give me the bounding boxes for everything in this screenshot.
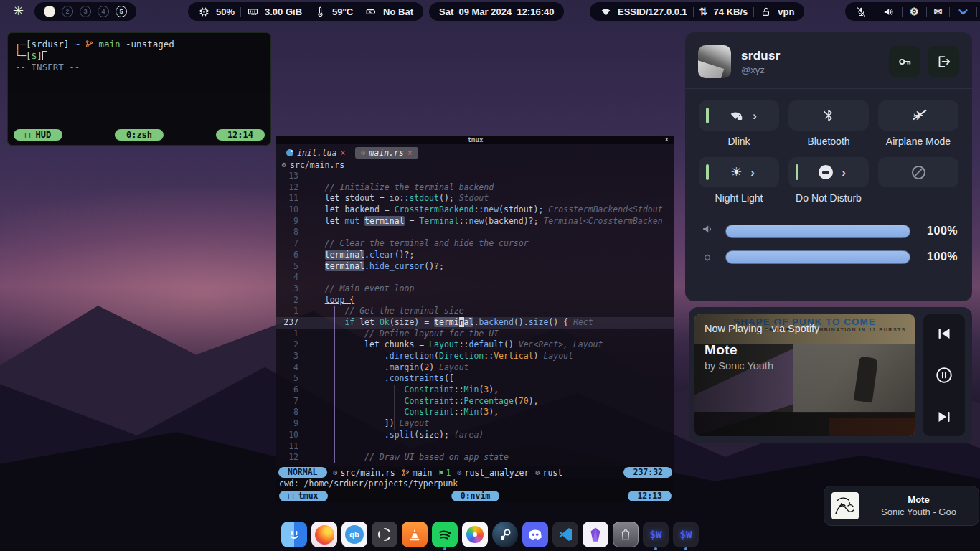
datetime: Sat 09 Mar 2024 12:16:40 bbox=[439, 6, 554, 17]
logout-button[interactable] bbox=[928, 46, 959, 77]
battery-status: No Bat bbox=[383, 6, 413, 17]
blocked-icon bbox=[912, 166, 925, 179]
dock-vlc[interactable] bbox=[402, 522, 428, 547]
dock-steam[interactable] bbox=[492, 522, 518, 547]
do-not-disturb-tile[interactable]: › bbox=[788, 157, 869, 187]
next-track-button[interactable] bbox=[935, 408, 953, 426]
top-status-bar: ✳ 2345 50% 3.00 GiB 59°C No Bat Sat 09 M… bbox=[0, 0, 980, 23]
dock-trash[interactable] bbox=[613, 522, 639, 547]
tmux-status-bar-editor: □ tmux 0:nvim 12:13 bbox=[276, 489, 674, 502]
dock-vscode[interactable] bbox=[552, 522, 578, 547]
terminal-window[interactable]: ┌─[srdusr] ~ main -unstaged └─[$] -- INS… bbox=[7, 32, 271, 146]
volume-slider[interactable] bbox=[725, 225, 910, 238]
updown-arrows-icon: ⇅ bbox=[699, 6, 708, 17]
close-icon[interactable]: x bbox=[665, 136, 669, 143]
network-widget[interactable]: ESSID/127.0.0.1 ⇅ 74 KB/s vpn bbox=[590, 2, 804, 21]
workspace-5[interactable]: 5 bbox=[116, 6, 127, 17]
workspace-4[interactable]: 4 bbox=[98, 6, 109, 17]
speaker-icon[interactable] bbox=[882, 6, 895, 18]
dock-obs[interactable] bbox=[372, 522, 397, 547]
wifi-lock-icon bbox=[728, 108, 744, 123]
code-line: 5 terminal.hide_cursor()?; bbox=[276, 261, 674, 273]
indent-guide bbox=[394, 385, 395, 430]
dnd-minus-icon bbox=[819, 165, 833, 179]
airplane-off-icon: ✈ bbox=[913, 108, 923, 123]
mic-muted-icon[interactable] bbox=[855, 6, 867, 18]
cpu-icon bbox=[198, 6, 210, 18]
dock-spotify[interactable] bbox=[432, 522, 458, 547]
dock-sw-2[interactable]: $W bbox=[673, 522, 699, 547]
music-notification[interactable]: Mote Sonic Youth - Goo bbox=[824, 486, 979, 526]
key-icon bbox=[897, 54, 913, 70]
airplane-mode-tile[interactable]: ✈ bbox=[878, 100, 958, 131]
dock-firefox[interactable] bbox=[311, 522, 337, 547]
tile-label bbox=[878, 187, 958, 203]
tile-label: Do Not Disturb bbox=[788, 187, 869, 214]
tab-close-icon[interactable]: × bbox=[340, 148, 345, 158]
dock-discord[interactable] bbox=[522, 522, 548, 547]
workspace-2[interactable]: 2 bbox=[62, 6, 73, 17]
editor-code-area[interactable]: 1312 // Initialize the terminal backend1… bbox=[276, 171, 674, 466]
vscode-icon bbox=[557, 526, 574, 543]
chevron-right-icon[interactable]: › bbox=[753, 110, 757, 122]
snowflake-icon[interactable]: ✳ bbox=[13, 3, 24, 19]
next-track-icon bbox=[936, 408, 953, 425]
tmux-session-pill[interactable]: □ HUD bbox=[14, 129, 62, 141]
qbittorrent-icon: qb bbox=[345, 525, 364, 544]
blocked-toggle-tile[interactable] bbox=[878, 157, 958, 187]
statusline-branch: main bbox=[413, 468, 433, 478]
avatar bbox=[698, 45, 731, 78]
tab-init-lua[interactable]: init.lua × bbox=[281, 147, 351, 159]
workspace-switcher[interactable]: 2345 bbox=[34, 2, 136, 21]
dock-obsidian[interactable] bbox=[583, 522, 608, 547]
brightness-slider-row: ☼ 100% bbox=[699, 250, 958, 264]
volume-slider-row: 100% bbox=[699, 222, 958, 240]
editor-window[interactable]: tmux x init.lua × ⚙ main.rs × ⚙ src/main… bbox=[276, 136, 674, 502]
album-thumbnail bbox=[831, 492, 859, 519]
dock-qbittorrent[interactable]: qb bbox=[341, 522, 367, 547]
prompt-line-1: ┌─[srdusr] ~ main -unstaged bbox=[15, 39, 263, 50]
bluetooth-toggle-tile[interactable] bbox=[788, 100, 869, 131]
tile-label: Airplane Mode bbox=[878, 131, 958, 157]
brightness-slider[interactable] bbox=[725, 250, 910, 264]
chevron-right-icon[interactable]: › bbox=[842, 166, 846, 179]
dock-photos[interactable] bbox=[462, 522, 488, 547]
settings-gear-icon[interactable]: ⚙ bbox=[910, 6, 919, 17]
dock-finder[interactable] bbox=[281, 522, 307, 547]
lock-keys-button[interactable] bbox=[889, 46, 920, 77]
system-stats-widget[interactable]: 50% 3.00 GiB 59°C No Bat bbox=[188, 2, 423, 21]
spotify-icon bbox=[435, 525, 454, 544]
tmux-window-pill[interactable]: 0:zsh bbox=[115, 129, 164, 141]
workspace-1[interactable] bbox=[44, 6, 55, 17]
clock-widget[interactable]: Sat 09 Mar 2024 12:16:40 bbox=[429, 2, 564, 21]
code-line: 4 .margin(2) Layout bbox=[276, 362, 674, 374]
code-line: 3 // Main event loop bbox=[276, 283, 674, 295]
wifi-toggle-tile[interactable]: › bbox=[699, 100, 779, 131]
editor-titlebar: tmux x bbox=[276, 136, 674, 144]
chevron-down-icon[interactable] bbox=[957, 6, 969, 18]
previous-track-button[interactable] bbox=[935, 324, 953, 343]
mail-icon[interactable]: ✉ bbox=[934, 6, 943, 17]
tmux-window-pill[interactable]: 0:nvim bbox=[451, 491, 500, 501]
obs-icon bbox=[376, 526, 393, 543]
night-light-tile[interactable]: ☀ › bbox=[699, 157, 779, 187]
active-indicator bbox=[796, 164, 798, 180]
tab-close-icon[interactable]: × bbox=[407, 148, 413, 158]
tmux-status-bar: □ HUD 0:zsh 12:14 bbox=[14, 129, 265, 141]
running-indicator bbox=[654, 547, 657, 550]
sliders-section: 100% ☼ 100% bbox=[685, 214, 972, 264]
now-playing-header: Now Playing - via Spotify bbox=[705, 323, 908, 334]
chevron-right-icon[interactable]: › bbox=[750, 166, 755, 179]
code-line: 12 // Initialize the terminal backend bbox=[276, 182, 674, 194]
tab-main-rs[interactable]: ⚙ main.rs × bbox=[355, 147, 418, 159]
dock-sw-1[interactable]: $W bbox=[643, 522, 669, 547]
brightness-value: 100% bbox=[920, 250, 958, 263]
code-line: 8 bbox=[276, 227, 674, 238]
workspace-3[interactable]: 3 bbox=[80, 6, 91, 17]
bluetooth-off-icon bbox=[821, 108, 836, 123]
wifi-icon bbox=[600, 6, 612, 18]
statusline: NORMAL ⚙src/main.rs main ⚑1 ⚙rust_analyz… bbox=[276, 466, 674, 479]
tmux-session-pill[interactable]: □ tmux bbox=[279, 491, 328, 501]
previous-track-icon bbox=[936, 325, 953, 342]
pause-button[interactable] bbox=[935, 366, 953, 385]
